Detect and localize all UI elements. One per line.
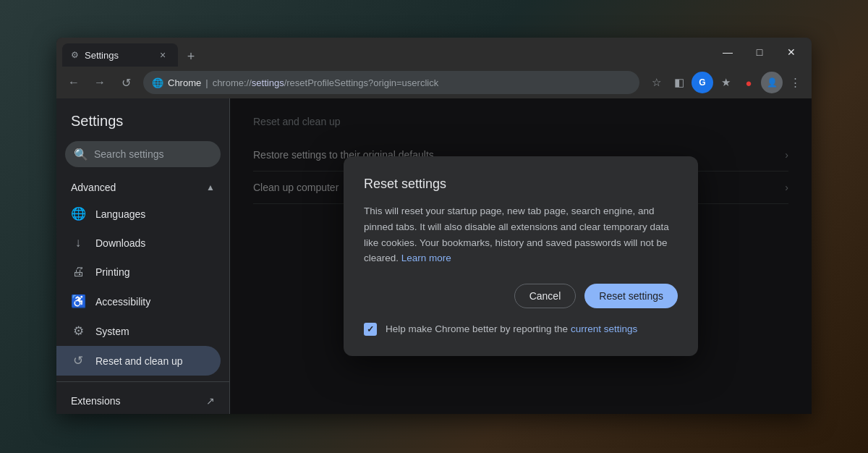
- sidebar-item-label-downloads: Downloads: [95, 237, 145, 249]
- new-tab-button[interactable]: +: [181, 46, 201, 67]
- google-account-icon[interactable]: G: [692, 72, 713, 93]
- sidebar-item-downloads[interactable]: ↓ Downloads: [56, 229, 221, 258]
- search-icon: 🔍: [74, 148, 88, 161]
- address-url: chrome://settings/resetProfileSettings?o…: [213, 77, 439, 88]
- settings-tab[interactable]: ⚙ Settings ×: [62, 43, 178, 67]
- tab-close-button[interactable]: ×: [156, 48, 169, 62]
- tab-favicon: ⚙: [71, 50, 79, 60]
- title-bar: ⚙ Settings × + — □ ✕: [56, 38, 812, 67]
- browser-window: ⚙ Settings × + — □ ✕ ← → ↺ 🌐 Chrome | ch…: [56, 38, 812, 414]
- reset-settings-modal: Reset settings This will reset your star…: [344, 156, 698, 355]
- system-icon: ⚙: [71, 323, 85, 339]
- address-favicon: 🌐: [152, 77, 163, 88]
- modal-body: This will reset your startup page, new t…: [364, 203, 678, 266]
- advanced-section-header[interactable]: Advanced ▲: [56, 176, 229, 199]
- tab-title: Settings: [85, 50, 150, 61]
- sidebar-item-label-system: System: [95, 326, 129, 337]
- menu-icon[interactable]: ⋮: [784, 72, 806, 93]
- sidebar-item-printing[interactable]: 🖨 Printing: [56, 258, 221, 287]
- search-input[interactable]: Search settings: [94, 148, 164, 160]
- checkbox-label: Help make Chrome better by reporting the…: [386, 323, 637, 334]
- forward-button[interactable]: →: [88, 71, 111, 94]
- accessibility-icon: ♿: [71, 294, 85, 309]
- sidebar-item-languages[interactable]: 🌐 Languages: [56, 199, 221, 229]
- modal-title: Reset settings: [364, 177, 678, 192]
- sidebar: Settings 🔍 Search settings Advanced ▲ 🌐 …: [56, 98, 230, 414]
- record-icon[interactable]: ●: [738, 72, 760, 93]
- advanced-section-label: Advanced: [71, 182, 116, 193]
- sidebar-item-system[interactable]: ⚙ System: [56, 316, 221, 346]
- languages-icon: 🌐: [71, 206, 85, 221]
- current-settings-link[interactable]: current settings: [571, 323, 637, 334]
- extension-icon[interactable]: ◧: [668, 72, 690, 93]
- sidebar-item-label-reset: Reset and clean up: [95, 355, 183, 367]
- content-area: Settings 🔍 Search settings Advanced ▲ 🌐 …: [56, 98, 812, 414]
- cancel-button[interactable]: Cancel: [514, 284, 576, 308]
- advanced-chevron-icon: ▲: [206, 182, 215, 192]
- sidebar-item-label-printing: Printing: [95, 266, 129, 278]
- close-button[interactable]: ✕: [777, 41, 806, 63]
- sidebar-item-extensions[interactable]: Extensions ↗: [56, 388, 229, 414]
- sidebar-item-label-languages: Languages: [95, 208, 145, 220]
- help-chrome-checkbox[interactable]: ✓: [364, 323, 377, 336]
- modal-checkbox-row: ✓ Help make Chrome better by reporting t…: [364, 323, 678, 336]
- window-controls: — □ ✕: [713, 41, 806, 63]
- reset-icon: ↺: [71, 353, 85, 368]
- sidebar-item-accessibility[interactable]: ♿ Accessibility: [56, 287, 221, 316]
- downloads-icon: ↓: [71, 236, 85, 250]
- page-content: Reset and clean up Restore settings to t…: [230, 98, 812, 414]
- minimize-button[interactable]: —: [713, 41, 742, 63]
- sidebar-divider: [56, 381, 229, 382]
- back-button[interactable]: ←: [62, 71, 85, 94]
- extensions-external-icon: ↗: [206, 395, 215, 407]
- checkbox-label-text: Help make Chrome better by reporting the: [386, 323, 568, 334]
- sidebar-item-reset[interactable]: ↺ Reset and clean up: [56, 346, 221, 376]
- bookmark-icon[interactable]: ☆: [645, 72, 667, 93]
- sidebar-item-label-accessibility: Accessibility: [95, 296, 150, 308]
- address-separator: |: [205, 77, 208, 88]
- extensions-label: Extensions: [71, 395, 120, 407]
- address-brand: Chrome: [168, 77, 201, 88]
- printing-icon: 🖨: [71, 265, 85, 279]
- profile-icon[interactable]: 👤: [761, 72, 783, 93]
- tab-area: ⚙ Settings × +: [62, 38, 713, 67]
- refresh-button[interactable]: ↺: [114, 71, 137, 94]
- star-icon[interactable]: ★: [715, 72, 736, 93]
- maximize-button[interactable]: □: [745, 41, 774, 63]
- checkbox-check-icon: ✓: [367, 324, 374, 334]
- search-bar[interactable]: 🔍 Search settings: [65, 141, 221, 167]
- address-bar[interactable]: 🌐 Chrome | chrome://settings/resetProfil…: [143, 71, 639, 94]
- navigation-bar: ← → ↺ 🌐 Chrome | chrome://settings/reset…: [56, 67, 812, 98]
- learn-more-link[interactable]: Learn more: [401, 253, 451, 263]
- toolbar-actions: ☆ ◧ G ★ ● 👤 ⋮: [645, 72, 806, 93]
- modal-actions: Cancel Reset settings: [364, 284, 678, 308]
- modal-overlay[interactable]: Reset settings This will reset your star…: [230, 98, 812, 414]
- reset-settings-button[interactable]: Reset settings: [584, 284, 678, 308]
- sidebar-title: Settings: [56, 104, 229, 141]
